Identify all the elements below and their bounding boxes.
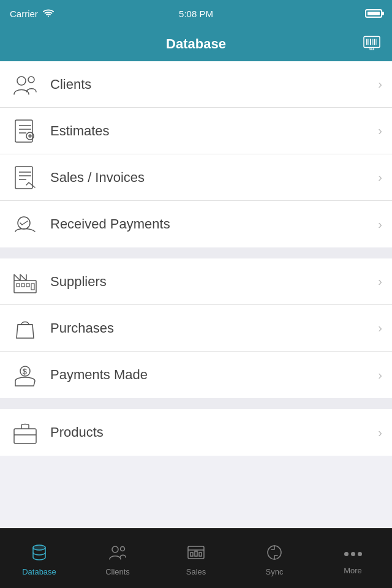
suppliers-label: Suppliers <box>50 274 373 290</box>
sync-tab-icon <box>265 543 284 565</box>
estimates-icon <box>10 116 40 146</box>
chevron-icon: › <box>378 217 382 232</box>
svg-point-41 <box>112 546 118 552</box>
svg-point-40 <box>33 545 45 550</box>
menu-item-suppliers[interactable]: Suppliers › <box>0 258 392 305</box>
svg-point-23 <box>18 217 30 229</box>
clients-tab-icon <box>108 543 127 565</box>
svg-rect-37 <box>14 429 36 443</box>
section-purchases: Suppliers › Purchases › $ <box>0 258 392 398</box>
chevron-icon: › <box>378 170 382 184</box>
suppliers-icon <box>10 266 40 297</box>
received-payments-label: Received Payments <box>50 216 373 232</box>
clients-label: Clients <box>50 77 373 92</box>
carrier-label: Carrier <box>10 9 38 19</box>
svg-line-32 <box>20 274 26 281</box>
tab-clients[interactable]: Clients <box>78 529 157 588</box>
chevron-icon: › <box>378 124 382 138</box>
svg-text:$: $ <box>23 368 27 376</box>
clients-icon <box>10 69 40 100</box>
svg-rect-1 <box>364 37 380 48</box>
menu-item-purchases[interactable]: Purchases › <box>0 305 392 352</box>
status-bar: Carrier 5:08 PM <box>0 0 392 27</box>
wifi-icon <box>43 9 54 19</box>
tab-sales[interactable]: Sales <box>157 529 235 588</box>
svg-point-0 <box>48 15 49 17</box>
payments-made-icon: $ <box>10 360 40 390</box>
more-tab-label: More <box>344 566 362 575</box>
sales-invoices-icon <box>10 162 40 193</box>
sales-tab-label: Sales <box>186 567 206 576</box>
tab-more[interactable]: More <box>314 529 392 588</box>
chevron-icon: › <box>378 321 382 335</box>
section-divider-2 <box>0 398 392 409</box>
purchases-label: Purchases <box>50 320 373 336</box>
menu-item-sales-invoices[interactable]: Sales / Invoices › <box>0 154 392 201</box>
svg-point-11 <box>28 77 34 83</box>
menu-item-payments-made[interactable]: $ Payments Made › <box>0 352 392 398</box>
clients-tab-label: Clients <box>105 567 130 576</box>
barcode-scanner-button[interactable] <box>361 32 382 57</box>
svg-rect-46 <box>195 551 197 556</box>
section-divider <box>0 247 392 258</box>
header: Database <box>0 27 392 61</box>
svg-rect-25 <box>17 284 20 287</box>
content-area: Clients › Estimates › <box>0 61 392 528</box>
menu-item-received-payments[interactable]: Received Payments › <box>0 201 392 247</box>
svg-rect-19 <box>15 167 32 189</box>
section-products: Products › <box>0 409 392 456</box>
sales-tab-icon <box>186 543 206 565</box>
svg-rect-27 <box>26 284 29 287</box>
chevron-icon: › <box>378 368 382 382</box>
database-tab-icon <box>29 543 49 565</box>
section-sales: Clients › Estimates › <box>0 61 392 247</box>
svg-line-30 <box>14 274 20 281</box>
payments-made-label: Payments Made <box>50 367 373 383</box>
database-tab-label: Database <box>22 567 56 576</box>
svg-point-42 <box>121 547 125 551</box>
received-payments-icon <box>10 209 40 239</box>
tab-database[interactable]: Database <box>0 529 78 588</box>
chevron-icon: › <box>378 274 382 288</box>
chevron-icon: › <box>378 426 382 440</box>
sync-tab-label: Sync <box>266 567 284 576</box>
tab-bar: Database Clients Sales <box>0 528 392 588</box>
sales-invoices-label: Sales / Invoices <box>50 170 373 186</box>
svg-rect-47 <box>199 552 202 556</box>
purchases-icon <box>10 313 40 344</box>
products-label: Products <box>50 424 373 440</box>
menu-item-products[interactable]: Products › <box>0 409 392 456</box>
more-tab-icon <box>344 544 362 564</box>
svg-rect-12 <box>15 120 32 142</box>
products-icon <box>10 417 40 448</box>
time-label: 5:08 PM <box>179 9 213 19</box>
svg-point-10 <box>17 77 26 85</box>
svg-rect-26 <box>21 284 24 287</box>
page-title: Database <box>166 36 226 52</box>
chevron-icon: › <box>378 77 382 91</box>
battery-icon <box>365 9 382 18</box>
menu-item-estimates[interactable]: Estimates › <box>0 108 392 154</box>
estimates-label: Estimates <box>50 123 373 139</box>
menu-item-clients[interactable]: Clients › <box>0 61 392 108</box>
svg-rect-45 <box>190 552 193 556</box>
svg-rect-28 <box>31 284 34 290</box>
tab-sync[interactable]: Sync <box>235 529 314 588</box>
